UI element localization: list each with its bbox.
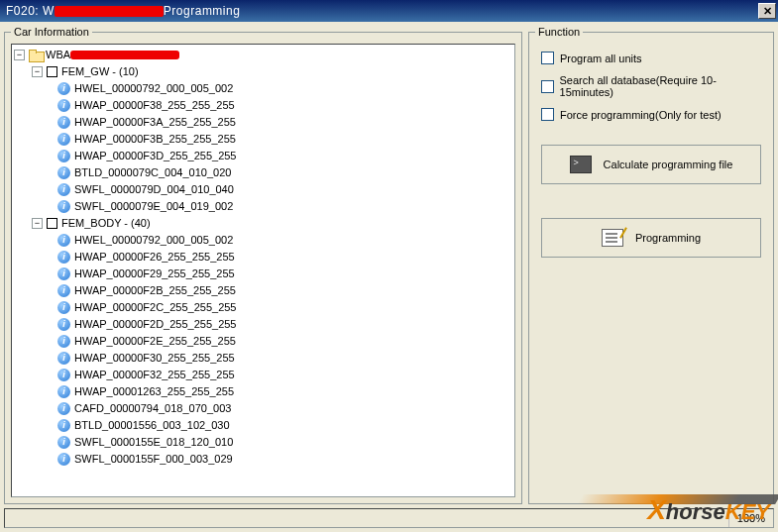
- function-body: Program all units Search all database(Re…: [535, 44, 767, 414]
- tree-item-node[interactable]: CAFD_00000794_018_070_003: [50, 400, 512, 417]
- terminal-icon: [570, 156, 592, 173]
- window-title: F020: WProgramming: [2, 4, 758, 18]
- tree-item-node[interactable]: HWEL_00000792_000_005_002: [50, 232, 512, 249]
- expander-icon[interactable]: −: [32, 218, 43, 229]
- status-bar: 100%: [4, 508, 774, 528]
- redacted-vin: [70, 51, 179, 59]
- tree-item-node[interactable]: HWAP_00000F29_255_255_255: [50, 266, 512, 282]
- info-icon: [57, 267, 70, 280]
- folder-icon: [29, 50, 43, 60]
- tree-group-node[interactable]: −FEM_GW - (10): [32, 63, 512, 80]
- info-icon: [57, 369, 70, 381]
- info-icon: [57, 234, 70, 247]
- item-label: HWAP_00000F3A_255_255_255: [74, 114, 236, 131]
- tree-item-node[interactable]: HWAP_00000F3D_255_255_255: [50, 148, 512, 164]
- force-label[interactable]: Force programming(Only for test): [560, 109, 722, 121]
- info-icon: [57, 436, 70, 449]
- programming-button[interactable]: Programming: [541, 218, 761, 258]
- item-label: HWEL_00000792_000_005_002: [74, 80, 233, 97]
- tree-item-node[interactable]: HWEL_00000792_000_005_002: [50, 80, 512, 97]
- title-suffix: Programming: [164, 4, 241, 18]
- module-icon: [47, 218, 57, 229]
- tree-item-node[interactable]: HWAP_00000F2D_255_255_255: [50, 316, 512, 333]
- function-legend: Function: [535, 26, 583, 38]
- tree-item-node[interactable]: SWFL_0000079D_004_010_040: [50, 181, 512, 198]
- program-all-label[interactable]: Program all units: [560, 53, 642, 64]
- tree-item-node[interactable]: SWFL_0000079E_004_019_002: [50, 198, 512, 215]
- info-icon: [57, 116, 70, 129]
- search-db-checkbox[interactable]: [541, 80, 554, 93]
- title-prefix: F020: W: [6, 4, 55, 18]
- tree-item-node[interactable]: HWAP_00001263_255_255_255: [50, 383, 512, 400]
- tree-item-node[interactable]: SWFL_0000155F_000_003_029: [50, 451, 512, 468]
- car-info-legend: Car Information: [11, 26, 92, 38]
- info-icon: [57, 82, 70, 95]
- tree-item-node[interactable]: SWFL_0000155E_018_120_010: [50, 434, 512, 451]
- tree-item-node[interactable]: HWAP_00000F2C_255_255_255: [50, 299, 512, 316]
- item-label: HWAP_00000F32_255_255_255: [74, 367, 235, 383]
- tree-item-node[interactable]: HWAP_00000F2B_255_255_255: [50, 282, 512, 299]
- function-panel: Function Program all units Search all da…: [528, 26, 774, 504]
- tree-item-node[interactable]: HWAP_00000F3B_255_255_255: [50, 131, 512, 148]
- tree-item-node[interactable]: HWAP_00000F3A_255_255_255: [50, 114, 512, 131]
- expander-icon[interactable]: −: [14, 50, 25, 60]
- programming-label: Programming: [635, 232, 701, 244]
- item-label: SWFL_0000155F_000_003_029: [74, 451, 233, 468]
- info-icon: [57, 133, 70, 146]
- program-all-checkbox[interactable]: [541, 52, 554, 64]
- close-button[interactable]: ✕: [758, 3, 776, 19]
- force-checkbox[interactable]: [541, 108, 554, 121]
- info-icon: [57, 402, 70, 415]
- titlebar: F020: WProgramming ✕: [0, 0, 778, 22]
- checkbox-row-force: Force programming(Only for test): [541, 108, 761, 121]
- item-label: HWAP_00000F2E_255_255_255: [74, 333, 236, 350]
- tree-item-node[interactable]: BTLD_0000079C_004_010_020: [50, 164, 512, 181]
- tree-view[interactable]: −WBA−FEM_GW - (10)HWEL_00000792_000_005_…: [11, 44, 515, 497]
- item-label: SWFL_0000079E_004_019_002: [74, 198, 233, 215]
- expander-icon[interactable]: −: [32, 66, 43, 77]
- info-icon: [57, 200, 70, 213]
- item-label: HWAP_00000F26_255_255_255: [74, 249, 235, 266]
- group-label: FEM_BODY - (40): [61, 215, 151, 232]
- info-icon: [57, 301, 70, 314]
- redacted-title: [55, 6, 164, 17]
- car-information-panel: Car Information −WBA−FEM_GW - (10)HWEL_0…: [4, 26, 522, 504]
- tree-item-node[interactable]: BTLD_00001556_003_102_030: [50, 417, 512, 434]
- info-icon: [57, 150, 70, 162]
- info-icon: [57, 251, 70, 264]
- tree-item-node[interactable]: HWAP_00000F38_255_255_255: [50, 97, 512, 114]
- info-icon: [57, 318, 70, 331]
- calculate-button[interactable]: Calculate programming file: [541, 145, 761, 184]
- calculate-label: Calculate programming file: [604, 159, 733, 170]
- info-icon: [57, 335, 70, 348]
- tree-root-node[interactable]: −WBA: [14, 47, 512, 63]
- item-label: HWAP_00000F2D_255_255_255: [74, 316, 237, 333]
- item-label: BTLD_00001556_003_102_030: [74, 417, 230, 434]
- checkbox-row-program-all: Program all units: [541, 52, 761, 64]
- info-icon: [57, 453, 70, 466]
- tree-item-node[interactable]: HWAP_00000F32_255_255_255: [50, 367, 512, 383]
- item-label: HWAP_00000F3B_255_255_255: [74, 131, 236, 148]
- item-label: BTLD_0000079C_004_010_020: [74, 164, 231, 181]
- search-db-label[interactable]: Search all database(Require 10-15minutes…: [560, 74, 761, 98]
- info-icon: [57, 352, 70, 365]
- bottom-spacer: [541, 267, 761, 406]
- root-label: WBA: [46, 47, 70, 63]
- info-icon: [57, 183, 70, 196]
- tree-item-node[interactable]: HWAP_00000F2E_255_255_255: [50, 333, 512, 350]
- tree-item-node[interactable]: HWAP_00000F30_255_255_255: [50, 350, 512, 367]
- item-label: HWAP_00000F2C_255_255_255: [74, 299, 237, 316]
- checkbox-row-search-db: Search all database(Require 10-15minutes…: [541, 74, 761, 98]
- status-percent: 100%: [729, 512, 773, 524]
- tree-group-node[interactable]: −FEM_BODY - (40): [32, 215, 512, 232]
- info-icon: [57, 385, 70, 398]
- item-label: HWAP_00000F29_255_255_255: [74, 266, 235, 282]
- item-label: HWAP_00000F2B_255_255_255: [74, 282, 236, 299]
- item-label: HWAP_00001263_255_255_255: [74, 383, 234, 400]
- group-label: FEM_GW - (10): [61, 63, 139, 80]
- item-label: HWAP_00000F38_255_255_255: [74, 97, 235, 114]
- info-icon: [57, 284, 70, 297]
- tree-item-node[interactable]: HWAP_00000F26_255_255_255: [50, 249, 512, 266]
- item-label: HWAP_00000F3D_255_255_255: [74, 148, 237, 164]
- status-segment: [5, 509, 729, 527]
